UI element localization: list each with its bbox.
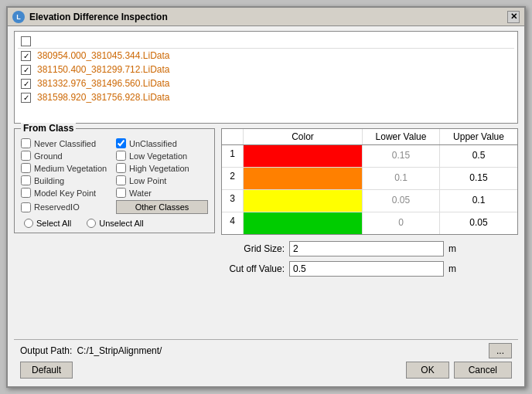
label-unclassified: UnClassified	[129, 139, 177, 148]
main-dialog: L Elevation Difference Inspection ✕ 3809…	[6, 6, 526, 388]
title-bar: L Elevation Difference Inspection ✕	[8, 8, 524, 26]
upper-val-1[interactable]: 0.5	[440, 145, 517, 167]
lower-val-2[interactable]: 0.1	[363, 168, 440, 189]
label-low-point: Low Point	[129, 176, 166, 185]
row-num-2: 2	[222, 168, 244, 189]
header-num	[222, 129, 244, 144]
cutoff-unit: m	[448, 263, 456, 274]
color-swatch-2[interactable]	[244, 168, 363, 189]
checkbox-high-vegetation[interactable]	[116, 163, 126, 173]
file-checkbox-1[interactable]	[21, 51, 31, 61]
upper-val-3[interactable]: 0.1	[440, 190, 517, 212]
radio-unselect-all-label: Unselect All	[99, 219, 143, 228]
checkbox-building[interactable]	[21, 175, 31, 185]
output-path-value: C:/1_StripAlignment/	[77, 345, 484, 356]
cutoff-input[interactable]	[289, 261, 444, 277]
file-name-1: 380954.000_381045.344.LiData	[37, 50, 170, 61]
top-checkbox[interactable]	[21, 36, 31, 46]
header-lower: Lower Value	[363, 129, 440, 144]
label-building: Building	[34, 176, 64, 185]
radio-item-select-all: Select All	[24, 219, 71, 228]
checkbox-water[interactable]	[116, 188, 126, 198]
file-checkbox-3[interactable]	[21, 79, 31, 89]
lower-val-4[interactable]: 0	[363, 212, 440, 234]
class-item-building: Building	[21, 175, 113, 185]
action-row: Default OK Cancel	[20, 362, 512, 379]
file-name-4: 381598.920_381756.928.LiData	[37, 92, 170, 103]
output-row: Output Path: C:/1_StripAlignment/ ...	[20, 343, 512, 358]
checkbox-low-point[interactable]	[116, 175, 126, 185]
color-swatch-3[interactable]	[244, 190, 363, 212]
checkbox-never-classified[interactable]	[21, 138, 31, 148]
upper-val-4[interactable]: 0.05	[440, 212, 517, 234]
other-classes-button[interactable]: Other Classes	[116, 200, 208, 214]
class-item-never-classified: Never Classified	[21, 138, 113, 148]
checkbox-low-vegetation[interactable]	[116, 151, 126, 161]
checkbox-ground[interactable]	[21, 151, 31, 161]
close-button[interactable]: ✕	[507, 11, 520, 23]
radio-select-all-label: Select All	[36, 219, 71, 228]
class-item-model-key-point: Model Key Point	[21, 188, 113, 198]
header-color: Color	[244, 129, 363, 144]
file-checkbox-4[interactable]	[21, 93, 31, 103]
color-swatch-4[interactable]	[244, 212, 363, 234]
main-content: From Class Never Classified UnClassified	[14, 128, 518, 335]
color-table-header: Color Lower Value Upper Value	[222, 129, 517, 145]
app-logo: L	[12, 11, 25, 23]
list-item: 381150.400_381299.712.LiData	[18, 63, 514, 76]
checkbox-unclassified[interactable]	[116, 138, 126, 148]
color-row-3: 3 0.05 0.1	[222, 190, 517, 212]
output-path-label: Output Path:	[20, 345, 72, 356]
cutoff-row: Cut off Value: m	[221, 261, 518, 277]
color-row-1: 1 0.15 0.5	[222, 145, 517, 168]
checkbox-medium-vegetation[interactable]	[21, 163, 31, 173]
label-water: Water	[129, 189, 152, 198]
label-low-vegetation: Low Vegetation	[129, 151, 187, 161]
upper-val-2[interactable]: 0.15	[440, 168, 517, 189]
label-never-classified: Never Classified	[34, 139, 96, 148]
class-item-unclassified: UnClassified	[116, 138, 208, 148]
grid-size-row: Grid Size: m	[221, 241, 518, 256]
class-item-high-vegetation: High Vegetation	[116, 163, 208, 173]
label-ground: Ground	[34, 151, 63, 161]
dialog-title: Elevation Difference Inspection	[29, 12, 168, 22]
list-item: 380954.000_381045.344.LiData	[18, 49, 514, 63]
ok-button[interactable]: OK	[406, 362, 448, 379]
class-item-medium-vegetation: Medium Vegetation	[21, 163, 113, 173]
class-item-reserved10: ReservedIO	[21, 200, 113, 214]
grid-size-label: Grid Size:	[221, 243, 285, 254]
grid-size-input[interactable]	[289, 241, 444, 256]
label-model-key-point: Model Key Point	[34, 189, 96, 198]
row-num-3: 3	[222, 190, 244, 212]
radio-select-all[interactable]	[24, 219, 33, 228]
radio-unselect-all[interactable]	[87, 219, 96, 228]
label-high-vegetation: High Vegetation	[129, 164, 189, 173]
radio-row: Select All Unselect All	[21, 219, 208, 228]
from-class-group: From Class Never Classified UnClassified	[14, 128, 215, 233]
label-medium-vegetation: Medium Vegetation	[34, 164, 107, 173]
checkbox-model-key-point[interactable]	[21, 188, 31, 198]
row-num-1: 1	[222, 145, 244, 167]
from-class-label: From Class	[21, 123, 76, 134]
file-checkbox-2[interactable]	[21, 65, 31, 75]
header-upper: Upper Value	[440, 129, 517, 144]
lower-val-3[interactable]: 0.05	[363, 190, 440, 212]
class-item-low-vegetation: Low Vegetation	[116, 151, 208, 161]
browse-button[interactable]: ...	[489, 343, 512, 358]
list-item: 381332.976_381496.560.LiData	[18, 76, 514, 90]
right-panel: Color Lower Value Upper Value 1 0.15 0.5…	[221, 128, 518, 335]
class-item-other: Other Classes	[116, 200, 208, 214]
color-row-4: 4 0 0.05	[222, 212, 517, 234]
class-item-water: Water	[116, 188, 208, 198]
lower-val-1[interactable]: 0.15	[363, 145, 440, 167]
color-table: Color Lower Value Upper Value 1 0.15 0.5…	[221, 128, 518, 235]
title-bar-left: L Elevation Difference Inspection	[12, 11, 168, 23]
color-swatch-1[interactable]	[244, 145, 363, 167]
cancel-button[interactable]: Cancel	[454, 362, 512, 379]
dialog-body: 380954.000_381045.344.LiData 381150.400_…	[8, 26, 524, 386]
default-button[interactable]: Default	[20, 362, 73, 379]
checkbox-reserved10[interactable]	[21, 202, 31, 212]
label-reserved10: ReservedIO	[34, 202, 80, 212]
radio-item-unselect-all: Unselect All	[87, 219, 143, 228]
file-name-3: 381332.976_381496.560.LiData	[37, 78, 170, 89]
